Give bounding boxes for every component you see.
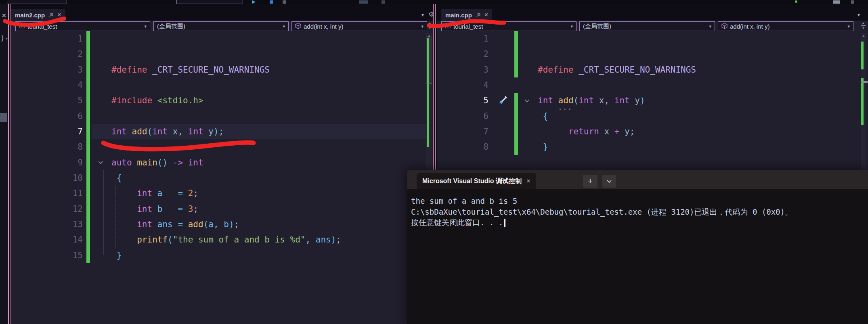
code-line[interactable]: int b = 3; [11, 201, 433, 217]
code-line[interactable]: auto main() -> int [11, 155, 433, 170]
project-dropdown[interactable]: tourial_test ▾ [441, 21, 577, 31]
inline-hint-dots[interactable]: ··· [558, 105, 572, 113]
code-line[interactable] [11, 139, 433, 155]
pin-icon[interactable] [48, 13, 54, 18]
code-line[interactable]: { [437, 109, 868, 124]
code-token [147, 62, 153, 77]
close-icon[interactable]: × [57, 12, 61, 18]
code-token [111, 186, 137, 201]
scope-name: (全局范围) [157, 23, 185, 30]
pane-separator [8, 4, 9, 324]
debug-console-window: Microsoft Visual Studio 调试控制 × + the sum… [407, 170, 868, 324]
code-token [574, 62, 579, 77]
code-line[interactable] [437, 77, 868, 93]
code-token: b [224, 217, 229, 232]
member-name: add(int x, int y) [730, 23, 769, 30]
code-token [599, 124, 604, 139]
code-token: int [137, 217, 152, 232]
code-token [111, 201, 137, 217]
console-tab-title: Microsoft Visual Studio 调试控制 [422, 177, 522, 186]
paren-glyph: ) [0, 33, 5, 43]
scope-dropdown[interactable]: (全局范围) ▾ [153, 21, 289, 31]
code-token: int [614, 93, 630, 108]
code-line[interactable]: } [11, 248, 433, 263]
member-dropdown[interactable]: add(int x, int y) ▾ [718, 21, 853, 31]
code-token [152, 217, 157, 232]
code-token [553, 93, 558, 108]
code-token: + [614, 124, 620, 139]
toolbar-fragment [7, 0, 67, 4]
code-token: , [604, 93, 614, 108]
code-token: 3 [188, 201, 193, 217]
code-token [111, 217, 137, 232]
code-token: -> [173, 155, 183, 170]
code-token: ans [157, 217, 173, 232]
document-dropdown-icon[interactable]: ▾ [421, 13, 424, 17]
code-token: auto [111, 155, 132, 170]
code-line[interactable]: #define _CRT_SECURE_NO_WARNINGS [437, 62, 868, 77]
code-line[interactable]: int ans = add(a, b); [11, 217, 433, 232]
code-token [168, 155, 173, 170]
tab-main2-cpp[interactable]: main2.cpp × [11, 9, 65, 21]
code-token: 2 [188, 186, 193, 201]
code-token [111, 232, 137, 247]
split-editor-handle[interactable] [427, 22, 433, 31]
code-line[interactable] [11, 46, 433, 62]
console-output[interactable]: the sum of a and b is 5 C:\sbDaXue\touri… [407, 189, 868, 324]
console-line: the sum of a and b is 5 [411, 196, 868, 207]
scrollbar-thumb[interactable] [0, 113, 7, 122]
code-line[interactable]: printf("the sum of a and b is %d", ans); [11, 232, 433, 247]
collapsed-pane-handle[interactable]: )▾ [0, 33, 8, 43]
code-line[interactable]: #include <stdio.h> [11, 93, 433, 108]
code-token [127, 124, 132, 139]
chevron-down-icon: ▾ [421, 24, 424, 29]
close-icon[interactable]: × [2, 11, 6, 19]
code-line[interactable] [11, 31, 433, 46]
chevron-down-icon: ▾ [144, 24, 147, 29]
close-icon[interactable]: × [484, 12, 488, 18]
scope-dropdown[interactable]: (全局范围) ▾ [579, 21, 715, 31]
code-line[interactable] [437, 46, 868, 62]
code-token: _CRT_SECURE_NO_WARNINGS [152, 62, 270, 77]
code-editor[interactable]: #define _CRT_SECURE_NO_WARNINGS#include … [11, 31, 433, 263]
code-line[interactable]: int a = 2; [11, 186, 433, 201]
code-line[interactable] [11, 77, 433, 93]
code-token: = [178, 217, 183, 232]
code-line[interactable]: #define _CRT_SECURE_NO_WARNINGS [11, 62, 433, 77]
code-line[interactable]: return x + y; [437, 124, 868, 139]
member-dropdown[interactable]: add(int x, int y) ▾ [291, 21, 427, 31]
chevron-down-icon [606, 178, 612, 185]
toolbar-icon [283, 0, 286, 4]
code-token: int [538, 93, 553, 108]
code-line[interactable] [437, 31, 868, 46]
code-token: ) [331, 232, 336, 247]
code-token: { [538, 109, 548, 124]
code-token: ( [168, 232, 173, 247]
pin-icon[interactable] [476, 13, 481, 18]
fold-chevron-icon[interactable] [97, 160, 111, 165]
console-tab[interactable]: Microsoft Visual Studio 调试控制 × [417, 173, 536, 189]
close-icon[interactable]: × [526, 177, 530, 185]
code-line[interactable]: { [11, 170, 433, 186]
quick-actions-screwdriver-icon[interactable] [498, 95, 508, 107]
code-token: { [111, 170, 122, 186]
chevron-down-icon: ▾ [709, 24, 711, 29]
code-token [594, 93, 599, 108]
code-line[interactable] [11, 109, 433, 124]
code-token [183, 217, 188, 232]
code-line[interactable]: } [437, 139, 868, 155]
project-dropdown[interactable]: tourial_test ▾ [15, 21, 150, 31]
document-dropdown-icon[interactable]: ▾ [858, 13, 860, 17]
tab-main-cpp[interactable]: main.cpp × [441, 9, 492, 21]
code-token: a [208, 217, 214, 232]
editor-pane-left: main2.cpp × tourial_test ▾ (全局范围) ▾ add(… [11, 4, 433, 324]
status-dot-icon [795, 0, 797, 3]
split-editor-handle[interactable] [860, 22, 866, 31]
code-editor[interactable]: #define _CRT_SECURE_NO_WARNINGSint add(i… [437, 31, 868, 155]
project-name: tourial_test [27, 23, 57, 30]
fold-chevron-icon[interactable] [523, 98, 538, 103]
terminal-list-button[interactable] [602, 175, 616, 188]
code-line[interactable]: int add(int x, int y); [11, 124, 433, 139]
console-prompt-text: 按任意键关闭此窗口. . . [411, 218, 503, 227]
new-terminal-button[interactable]: + [583, 175, 598, 188]
